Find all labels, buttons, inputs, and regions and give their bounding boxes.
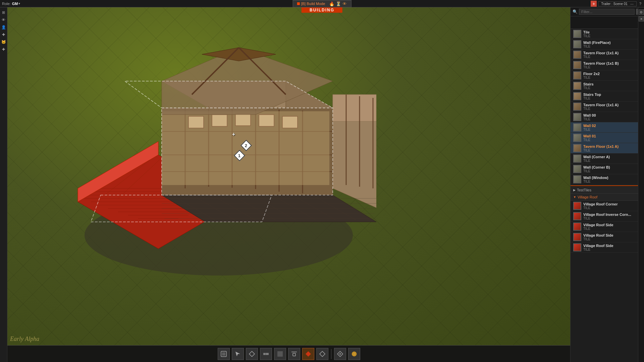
tile-item[interactable]: Wall (Window) Tile [571,174,644,185]
village-roof-label: Village Roof [578,195,597,199]
tile-item[interactable]: Wall (Corner B) Tile [571,164,644,174]
tile-info: Wall 02 Tile [583,124,641,131]
svg-marker-71 [249,351,255,357]
tile-info: Village Roof Side Tile [583,244,641,251]
left-tool-cat[interactable]: 🐱 [1,39,7,45]
tile-item[interactable]: Wall 00 Tile [571,112,644,122]
tile-info: Wall (Corner A) Tile [583,155,641,163]
scene-label-text: Trailer : Scene 01 [601,2,628,6]
far-right-settings[interactable]: ⚙ [639,9,644,15]
tool-coin[interactable] [348,348,360,360]
tile-thumbnail [573,134,581,142]
tile-thumbnail [573,202,581,210]
tile-item-village-roof-corner[interactable]: Village Roof Corner Tile [571,201,644,211]
tile-info: Village Roof Side Tile [583,223,641,231]
left-tool-eye[interactable]: 👁 [1,17,7,23]
role-label: Role: [2,2,11,6]
tile-item[interactable]: Tavern Floor (1x1 A) Tile [571,50,644,60]
tile-info: Tavern Floor (1x1 A) Tile [583,103,641,111]
building-label: Building [302,7,342,13]
svg-marker-70 [235,352,240,356]
svg-point-82 [352,352,357,356]
scene-minus[interactable]: — [630,2,634,6]
hourglass-icon: ⏳ [336,1,341,6]
tool-tile-gray[interactable] [316,348,328,360]
tile-item-tavern-floor[interactable]: Tavern Floor (1x1 A) Tile [571,143,644,154]
help-button[interactable]: ? [638,2,643,6]
tile-item[interactable]: Stairs Tile [571,81,644,91]
tile-thumbnail [573,92,581,100]
build-mode-button[interactable]: [B] Build Mode 🔥 ⏳ 👁 [293,0,352,7]
tool-diamond[interactable] [246,348,258,360]
tile-item[interactable]: Wall (FirePlace) Tile [571,39,644,50]
tile-item-village-roof-side-1[interactable]: Village Roof Side Tile [571,222,644,232]
tool-place[interactable] [334,348,346,360]
left-sidebar: ⊞ 👁 👤 ✚ 🐱 ✚ [0,7,7,362]
left-tool-add2[interactable]: ✚ [1,46,7,52]
role-value: GM [12,2,18,6]
tile-thumbnail [573,61,581,69]
svg-rect-75 [277,351,283,357]
far-right-close[interactable]: ✕ [639,16,644,21]
role-dropdown[interactable]: ▾ [18,2,20,5]
svg-rect-69 [222,352,225,356]
village-roof-section-header[interactable]: ▼ Village Roof [571,194,644,201]
building-container [58,27,376,279]
tool-eraser[interactable] [288,348,300,360]
tool-arrow[interactable] [232,348,244,360]
test-tiles-label: TestTiles [577,188,591,192]
tool-wall[interactable] [260,348,272,360]
left-tool-add1[interactable]: ✚ [1,32,7,38]
tile-info: Tavern Floor (1x1 A) Tile [583,144,641,152]
tile-item-village-roof-inverse[interactable]: Village Roof Inverse Corn... Tile [571,211,644,222]
building-svg [58,27,376,279]
tile-item-wall01[interactable]: Wall 01 Tile [571,133,644,143]
svg-marker-79 [320,351,325,357]
tile-thumbnail [573,51,581,59]
tile-thumbnail [573,155,581,163]
tile-info: Stairs Top Tile [583,93,641,100]
tile-item[interactable]: Tavern Floor (1x1 A) Tile [571,102,644,112]
tile-item[interactable]: Tile Tile [571,29,644,39]
filter-input[interactable] [579,9,635,15]
left-tool-grid[interactable]: ⊞ [1,9,7,15]
watermark: Early Alpha [10,336,39,343]
left-tool-user[interactable]: 👤 [1,24,7,30]
bottom-toolbar [7,345,570,362]
tile-thumbnail [573,175,581,183]
tile-thumbnail [573,223,581,231]
tile-info: Wall (FirePlace) Tile [583,41,641,48]
tile-item[interactable]: Stairs Top Tile [571,91,644,102]
topbar-right: + Trailer : Scene 01 — ? [591,0,644,7]
tile-item[interactable]: Tavern Floor (1x1 B) Tile [571,60,644,70]
tile-info: Tile Tile [583,30,641,38]
svg-rect-36 [212,115,227,126]
tile-info: Floor 2x2 Tile [583,72,641,79]
tile-item-village-roof-side-3[interactable]: Village Roof Side Tile [571,242,644,253]
tile-thumbnail [573,233,581,241]
tile-item[interactable]: Wall (Corner A) Tile [571,154,644,164]
center-topbar: [B] Build Mode 🔥 ⏳ 👁 Building [293,0,352,13]
tile-item-village-roof-side-2[interactable]: Village Roof Side Tile [571,232,644,242]
tool-move[interactable] [218,348,230,360]
tile-thumbnail [573,82,581,90]
tile-thumbnail [573,212,581,220]
tile-item-wall02[interactable]: Wall 02 Tile [571,122,644,133]
tile-info: Wall (Corner B) Tile [583,165,641,173]
tile-thumbnail [573,113,581,121]
tile-info: Tavern Floor (1x1 A) Tile [583,51,641,59]
scene-add-button[interactable]: + [591,1,597,7]
svg-rect-37 [235,114,251,126]
tile-list: Tile Tile Wall (FirePlace) Tile Tavern F… [571,29,644,362]
tile-thumbnail [573,165,581,173]
tile-info: Village Roof Corner Tile [583,202,641,210]
svg-rect-35 [189,116,204,128]
tool-fill[interactable] [274,348,286,360]
tool-tile-red[interactable] [302,348,314,360]
tile-info: Wall 01 Tile [583,134,641,142]
eye-icon2: 👁 [342,1,347,6]
chevron-down-icon: ▼ [573,195,576,199]
tile-info: Village Roof Side Tile [583,233,641,241]
tile-item[interactable]: Floor 2x2 Tile [571,70,644,81]
test-tiles-section-header[interactable]: ▶ TestTiles [571,187,644,194]
